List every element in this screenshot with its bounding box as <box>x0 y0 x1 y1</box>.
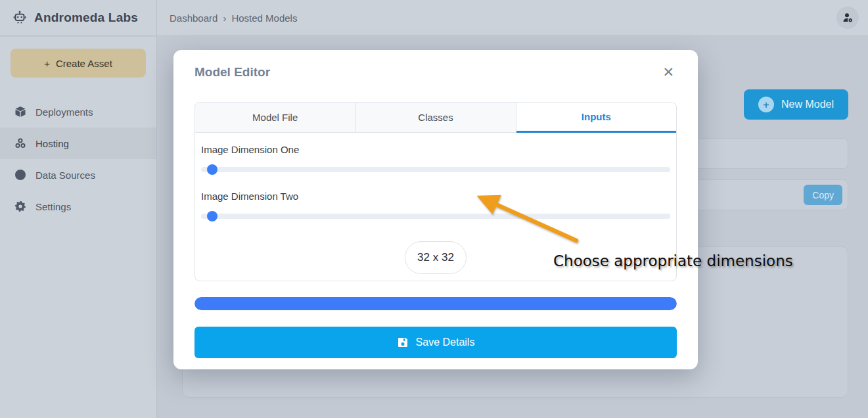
slider-thumb[interactable] <box>207 211 217 221</box>
sidebar: + Create Asset Deployments Hostin <box>0 37 157 418</box>
progress-fill <box>194 297 677 310</box>
slider-track[interactable] <box>201 214 670 219</box>
dialog-title: Model Editor <box>194 65 270 80</box>
tab-model-file[interactable]: Model File <box>195 103 355 133</box>
breadcrumb-dashboard[interactable]: Dashboard <box>170 12 217 24</box>
user-gear-icon <box>841 11 854 24</box>
close-icon[interactable]: ✕ <box>660 64 677 80</box>
sidebar-item-label: Hosting <box>35 138 69 149</box>
sidebar-item-deployments[interactable]: Deployments <box>0 96 156 128</box>
sidebar-item-label: Settings <box>35 201 71 212</box>
sidebar-item-label: Data Sources <box>35 170 95 181</box>
save-details-label: Save Details <box>416 337 475 348</box>
dimension-two-slider[interactable] <box>201 211 670 221</box>
new-model-button[interactable]: + New Model <box>744 89 848 120</box>
dimension-two-label: Image Dimension Two <box>201 191 670 202</box>
sidebar-nav: Deployments Hosting Data Sources <box>0 96 156 222</box>
breadcrumb: Dashboard › Hosted Models <box>157 12 836 24</box>
editor-tab-panel: Model File Classes Inputs Image Dimensio… <box>194 102 677 281</box>
breadcrumb-hosted-models[interactable]: Hosted Models <box>231 12 297 24</box>
create-asset-label: Create Asset <box>56 58 112 69</box>
tab-inputs[interactable]: Inputs <box>516 103 676 133</box>
dimension-one-label: Image Dimension One <box>201 144 670 155</box>
box-icon <box>14 106 26 118</box>
tab-bar: Model File Classes Inputs <box>195 103 676 133</box>
top-bar: Andromeda Labs Dashboard › Hosted Models <box>0 0 868 36</box>
model-editor-dialog: Model Editor ✕ Model File Classes Inputs… <box>173 50 698 369</box>
save-icon <box>397 337 409 348</box>
new-model-label: New Model <box>781 99 834 110</box>
slider-thumb[interactable] <box>207 164 217 175</box>
progress-bar <box>194 297 677 310</box>
nodes-icon <box>14 137 26 149</box>
brand: Andromeda Labs <box>0 0 157 35</box>
sidebar-item-hosting[interactable]: Hosting <box>0 128 156 159</box>
circle-icon <box>14 169 26 181</box>
dimension-one-slider[interactable] <box>201 164 670 175</box>
gear-icon <box>14 200 26 212</box>
tab-classes[interactable]: Classes <box>355 103 516 133</box>
sidebar-item-data-sources[interactable]: Data Sources <box>0 159 156 191</box>
user-menu-button[interactable] <box>836 7 859 29</box>
plus-circle-icon: + <box>758 97 774 112</box>
robot-icon <box>12 10 28 26</box>
sidebar-item-settings[interactable]: Settings <box>0 191 156 222</box>
copy-button[interactable]: Copy <box>804 185 842 205</box>
inputs-tab-content: Image Dimension One Image Dimension Two … <box>195 133 676 281</box>
save-details-button[interactable]: Save Details <box>194 327 677 358</box>
breadcrumb-separator: › <box>223 12 226 24</box>
sidebar-item-label: Deployments <box>35 106 93 118</box>
dimensions-badge: 32 x 32 <box>405 241 467 274</box>
brand-title: Andromeda Labs <box>34 11 138 25</box>
create-asset-button[interactable]: + Create Asset <box>11 49 146 78</box>
slider-track[interactable] <box>201 167 670 172</box>
plus-icon: + <box>44 58 50 69</box>
